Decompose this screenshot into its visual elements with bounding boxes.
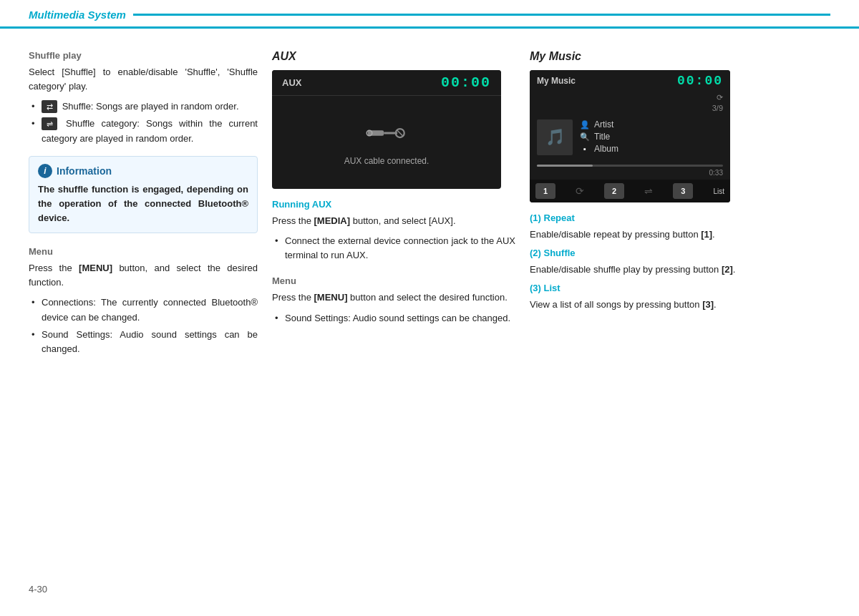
info-icon: i [38,164,52,178]
menu-bullets-left: Connections: The currently connected Blu… [29,295,258,356]
menu-p1-left: Press the [MENU] button, and select the … [29,261,258,290]
running-aux-p1: Press the [MEDIA] button, and select [AU… [272,214,515,228]
shuffle-play-p1: Select [Shuffle] to enable/disable 'Shuf… [29,65,258,94]
aux-screen-body: AUX cable connected. [272,96,501,189]
ctrl-btn-3[interactable]: 3 [673,183,693,199]
ctrl-btn-2[interactable]: 2 [604,183,624,199]
aux-screen-label: AUX [282,77,301,88]
media-bold: [MEDIA] [314,215,351,226]
music-controls: 1 ⟳ 2 ⇌ 3 List [530,180,730,202]
aux-heading: AUX [272,50,515,63]
music-note-icon: 🎵 [545,128,565,147]
content-area: Shuffle play Select [Shuffle] to enable/… [0,29,859,378]
shuffle-bullet-2: ⇌ Shuffle category: Songs within the cur… [29,117,258,145]
svg-rect-0 [368,130,384,136]
aux-screen: AUX 00:00 AUX cable connected. [272,70,501,189]
shuffle-bullet-1: ⇄ Shuffle: Songs are played in random or… [29,99,258,114]
shuffle-heading: (2) Shuffle [530,248,830,258]
music-thumbnail: 🎵 [537,119,573,155]
menu-bullets-mid: Sound Settings: Audio sound settings can… [272,311,515,326]
info-box-title: i Information [38,164,248,178]
aux-screen-caption: AUX cable connected. [344,156,430,166]
music-repeat-small-icon: ⟳ [717,93,723,102]
aux-screen-time: 00:00 [441,74,491,91]
page-number: 4-30 [29,584,47,595]
music-screen-time: 00:00 [677,74,723,88]
music-progress-bar [537,165,723,167]
running-aux-bullets: Connect the external device connection j… [272,234,515,263]
running-aux-heading: Running AUX [272,199,515,210]
list-heading: (3) List [530,283,830,293]
running-aux-bullet1: Connect the external device connection j… [272,234,515,263]
aux-cable-svg [365,119,408,147]
repeat-p1: Enable/disable repeat by pressing button… [530,228,830,242]
music-album-row: ▪ Album [580,144,723,154]
btn-2-bold: [2] [722,264,733,275]
shuffle-icon-1: ⇄ [42,100,57,113]
page-header: Multimedia System [0,0,859,29]
music-body: 🎵 👤 Artist 🔍 Title ▪ Album [530,114,730,162]
artist-icon: 👤 [580,120,590,129]
middle-column: AUX AUX 00:00 AUX cable connec [272,50,530,363]
aux-topbar: AUX 00:00 [272,70,501,96]
shuffle-ctrl-icon: ⇌ [644,185,653,197]
information-box: i Information The shuffle function is en… [29,156,258,233]
music-topbar: My Music 00:00 [530,70,730,92]
menu-heading-mid: Menu [272,275,515,286]
music-progress-fill [537,165,593,167]
music-metadata: 👤 Artist 🔍 Title ▪ Album [580,119,723,156]
music-title-row: 🔍 Title [580,132,723,142]
info-text: The shuffle function is engaged, dependi… [38,182,248,225]
menu-bullet-connections: Connections: The currently connected Blu… [29,295,258,324]
btn-1-bold: [1] [701,229,712,240]
list-p1: View a list of all songs by pressing but… [530,298,830,312]
menu-bullet-sound: Sound Settings: Audio sound settings can… [29,328,258,356]
right-column: My Music My Music 00:00 ⟳ 3/9 🎵 [530,50,830,363]
menu-bold-mid: [MENU] [314,292,348,303]
left-column: Shuffle play Select [Shuffle] to enable/… [29,50,272,363]
album-label: Album [594,144,618,154]
title-label: Title [594,132,610,142]
btn-3-bold: [3] [702,299,714,310]
shuffle-icon-2: ⇌ [42,117,57,130]
music-track-number: 3/9 [712,104,723,112]
music-time-elapsed: 0:33 [537,169,723,177]
album-icon: ▪ [580,145,590,153]
repeat-ctrl-icon: ⟳ [576,185,584,197]
menu-bullet-sound-mid: Sound Settings: Audio sound settings can… [272,311,515,326]
my-music-screen: My Music 00:00 ⟳ 3/9 🎵 👤 [530,70,730,202]
music-screen-label: My Music [537,76,576,86]
menu-p1-mid: Press the [MENU] button and select the d… [272,290,515,305]
shuffle-p1: Enable/disable shuffle play by pressing … [530,263,830,277]
menu-bold: [MENU] [79,263,112,273]
music-progress-area: 0:33 [530,162,730,177]
shuffle-bullets: ⇄ Shuffle: Songs are played in random or… [29,99,258,145]
menu-heading-left: Menu [29,246,258,257]
shuffle-play-heading: Shuffle play [29,50,258,61]
music-artist-row: 👤 Artist [580,119,723,129]
artist-label: Artist [594,119,613,129]
list-ctrl-label: List [713,187,724,195]
repeat-heading: (1) Repeat [530,212,830,223]
header-line [133,14,830,16]
ctrl-btn-1[interactable]: 1 [535,183,555,199]
title-icon: 🔍 [580,132,590,142]
my-music-heading: My Music [530,50,830,63]
header-title: Multimedia System [29,9,126,21]
svg-line-3 [397,130,403,136]
